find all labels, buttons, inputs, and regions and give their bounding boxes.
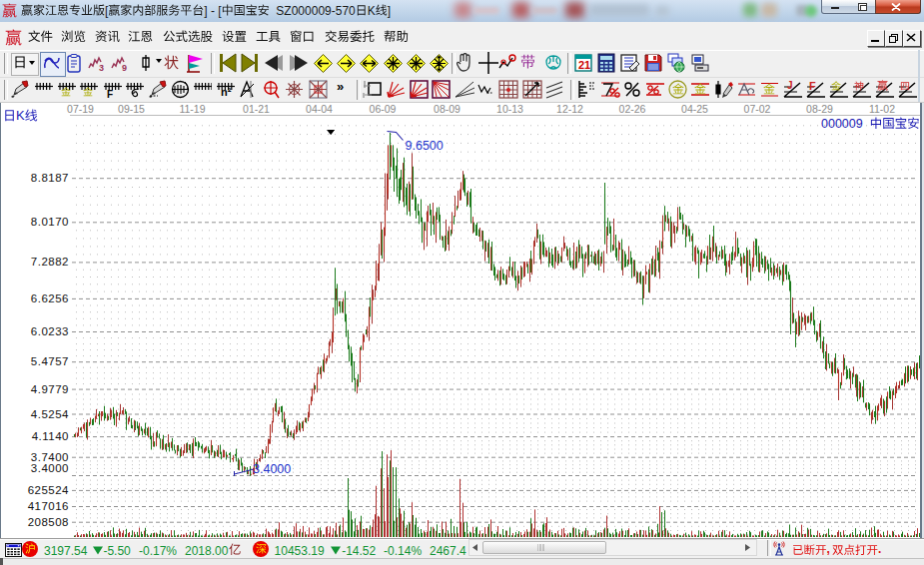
svg-text:F: F (809, 80, 816, 92)
svg-text:K: K (368, 4, 376, 18)
svg-text:[: [ (105, 4, 109, 18)
svg-text:]: ] (388, 4, 391, 18)
svg-text:] - [: ] - [ (204, 4, 222, 18)
svg-text:3.4000: 3.4000 (253, 462, 291, 476)
svg-text:9.6500: 9.6500 (406, 139, 444, 153)
svg-text:21: 21 (578, 59, 590, 71)
svg-text:F: F (107, 89, 113, 99)
svg-text:SZ000009-570: SZ000009-570 (270, 4, 356, 18)
svg-text:3: 3 (99, 63, 104, 72)
svg-text:J: J (787, 80, 793, 91)
svg-text:9: 9 (122, 63, 127, 72)
